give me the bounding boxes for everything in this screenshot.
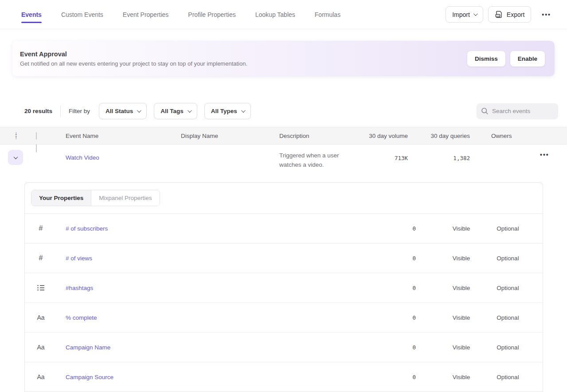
- property-row: Aa Campaign Name 0 Visible Optional: [25, 333, 543, 362]
- property-visibility: Visible: [438, 374, 485, 380]
- property-volume: 0: [380, 225, 416, 232]
- import-label: Import: [452, 11, 470, 18]
- column-queries: 30 day queries: [408, 133, 470, 139]
- export-label: Export: [507, 11, 524, 18]
- property-volume: 0: [380, 344, 416, 351]
- active-tab-underline: [21, 22, 42, 23]
- divider: [60, 106, 61, 117]
- tab-events-label: Events: [21, 11, 42, 18]
- tab-profile-properties[interactable]: Profile Properties: [188, 0, 235, 29]
- chevron-down-icon: [473, 12, 478, 16]
- property-volume: 0: [380, 285, 416, 291]
- property-name-link[interactable]: #hashtags: [57, 285, 380, 291]
- nav-tabs: Events Custom Events Event Properties Pr…: [21, 0, 340, 29]
- chevron-down-icon: [137, 108, 141, 113]
- filter-by-label: Filter by: [69, 108, 90, 114]
- property-volume: 0: [380, 314, 416, 321]
- properties-segmented-control: Your Properties Mixpanel Properties: [31, 190, 160, 206]
- number-type-icon: #: [39, 224, 43, 232]
- events-table-header: ↓ ↑ Event Name Display Name Description …: [0, 127, 567, 145]
- more-options-icon[interactable]: •••: [539, 9, 554, 20]
- list-type-icon: [37, 285, 45, 291]
- banner-text: Event Approval Get notified on all new e…: [20, 51, 247, 67]
- event-volume: 713K: [364, 155, 408, 161]
- property-name-link[interactable]: % complete: [57, 314, 380, 321]
- property-row: # # of subscribers 0 Visible Optional: [25, 214, 543, 243]
- event-approval-banner: Event Approval Get notified on all new e…: [12, 41, 555, 76]
- tab-custom-events[interactable]: Custom Events: [61, 0, 103, 29]
- property-row: #hashtags 0 Visible Optional: [25, 273, 543, 303]
- tab-events[interactable]: Events: [21, 0, 42, 29]
- tab-mixpanel-properties[interactable]: Mixpanel Properties: [91, 190, 159, 206]
- banner-description: Get notified on all new events entering …: [20, 60, 247, 67]
- property-volume: 0: [380, 255, 416, 262]
- event-name-link[interactable]: Watch Video: [66, 154, 99, 161]
- property-name-link[interactable]: # of subscribers: [57, 225, 380, 232]
- search-box: [477, 103, 558, 119]
- collapse-all-icon[interactable]: ↓ ↑: [15, 132, 17, 140]
- column-display-name: Display Name: [181, 133, 279, 139]
- property-name-link[interactable]: # of views: [57, 255, 380, 262]
- event-row-watch-video: Watch Video Triggered when a user watche…: [0, 145, 567, 176]
- tab-event-properties[interactable]: Event Properties: [123, 0, 169, 29]
- text-type-icon: Aa: [37, 314, 44, 321]
- chevron-down-icon: [241, 108, 246, 113]
- types-filter-dropdown[interactable]: All Types: [204, 103, 251, 119]
- import-button[interactable]: Import: [446, 6, 483, 23]
- event-queries: 1,382: [408, 155, 470, 161]
- svg-text:csv: csv: [496, 15, 500, 17]
- property-visibility: Visible: [438, 344, 485, 351]
- property-required: Optional: [485, 344, 531, 351]
- property-name-link[interactable]: Campaign Source: [57, 374, 380, 380]
- collapse-row-button[interactable]: [8, 150, 23, 165]
- tab-formulas[interactable]: Formulas: [315, 0, 340, 29]
- tab-lookup-tables[interactable]: Lookup Tables: [255, 0, 295, 29]
- chevron-down-icon: [188, 108, 192, 113]
- property-visibility: Visible: [438, 285, 485, 291]
- number-type-icon: #: [39, 254, 43, 262]
- property-volume: 0: [380, 374, 416, 380]
- column-event-name: Event Name: [66, 133, 181, 139]
- properties-panel: Your Properties Mixpanel Properties # # …: [24, 182, 543, 392]
- csv-file-icon: csv: [495, 10, 503, 19]
- nav-actions: Import csv Export •••: [446, 6, 554, 23]
- dismiss-button[interactable]: Dismiss: [467, 51, 505, 67]
- property-required: Optional: [485, 225, 531, 232]
- column-volume: 30 day volume: [364, 133, 408, 139]
- banner-title: Event Approval: [20, 51, 247, 58]
- column-description: Description: [279, 133, 364, 139]
- event-description: Triggered when a user watches a video.: [279, 151, 355, 169]
- property-visibility: Visible: [438, 225, 485, 232]
- property-row: Aa % complete 0 Visible Optional: [25, 303, 543, 333]
- text-type-icon: Aa: [37, 344, 44, 351]
- enable-button[interactable]: Enable: [510, 51, 545, 67]
- row-menu-icon[interactable]: •••: [540, 149, 549, 161]
- property-name-link[interactable]: Campaign Name: [57, 344, 380, 351]
- property-required: Optional: [485, 285, 531, 291]
- search-icon: [481, 107, 489, 115]
- export-button[interactable]: csv Export: [488, 6, 531, 23]
- chevron-down-icon: [13, 155, 18, 159]
- filter-bar: 20 results Filter by All Status All Tags…: [0, 103, 567, 119]
- results-count: 20 results: [24, 108, 52, 114]
- properties-tabbar: Your Properties Mixpanel Properties: [25, 183, 543, 214]
- tags-filter-dropdown[interactable]: All Tags: [154, 103, 197, 119]
- property-row: Aa Campaign Source 0 Visible Optional: [25, 362, 543, 392]
- property-visibility: Visible: [438, 314, 485, 321]
- tab-your-properties[interactable]: Your Properties: [31, 190, 91, 206]
- row-checkbox[interactable]: [36, 144, 37, 153]
- property-visibility: Visible: [438, 255, 485, 262]
- select-all-checkbox[interactable]: [36, 132, 37, 140]
- property-required: Optional: [485, 314, 531, 321]
- top-nav: Events Custom Events Event Properties Pr…: [0, 0, 567, 29]
- banner-actions: Dismiss Enable: [467, 51, 545, 67]
- status-filter-dropdown[interactable]: All Status: [99, 103, 147, 119]
- property-row: # # of views 0 Visible Optional: [25, 243, 543, 273]
- property-required: Optional: [485, 374, 531, 380]
- text-type-icon: Aa: [37, 373, 44, 380]
- search-input[interactable]: [492, 108, 554, 114]
- property-required: Optional: [485, 255, 531, 262]
- column-owners: Owners: [491, 133, 540, 139]
